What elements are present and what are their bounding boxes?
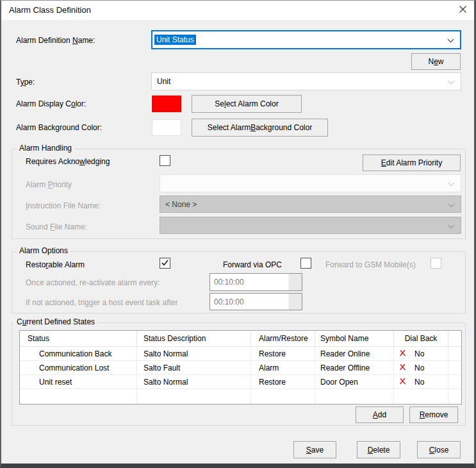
forward-to-gsm-checkbox (431, 258, 441, 269)
type-value: Unit (157, 77, 170, 86)
requires-acknowledging-checkbox[interactable] (160, 155, 170, 166)
cell-status: Communication Lost (20, 361, 137, 374)
chevron-down-icon (448, 78, 455, 87)
chevron-down-icon (447, 36, 454, 45)
red-x-icon (399, 347, 406, 360)
alarm-display-color-label: Alarm Display Color: (16, 99, 86, 108)
forward-via-opc-checkbox[interactable] (300, 258, 311, 269)
alarm-display-color-swatch (152, 96, 181, 112)
cell-empty (137, 389, 251, 404)
column-header-filler (448, 331, 461, 346)
add-button[interactable]: Add (356, 406, 404, 423)
cell-dial-back: No (394, 375, 448, 389)
current-defined-states-group-title: Current Defined States (14, 317, 97, 326)
cell-empty (20, 389, 137, 404)
cell-status: Unit reset (20, 375, 137, 389)
requires-acknowledging-label: Requires Acknowledging (26, 157, 110, 166)
table-header-row: Status Status Description Alarm/Restore … (20, 331, 461, 347)
alarm-handling-group: Alarm Handling Requires Acknowledging Ed… (12, 149, 466, 239)
save-button[interactable]: Save (293, 441, 336, 458)
alarm-definition-name-label: Alarm Definition Name: (16, 36, 95, 45)
edit-alarm-priority-button[interactable]: Edit Alarm Priority (363, 155, 461, 171)
alarm-class-definition-dialog: Alarm Class Definition Alarm Definition … (0, 0, 476, 468)
defined-states-table[interactable]: Status Status Description Alarm/Restore … (19, 330, 462, 405)
chevron-down-icon (448, 201, 455, 210)
spinner-buttons (288, 274, 302, 290)
alarm-background-color-label: Alarm Background Color: (16, 123, 102, 132)
instruction-file-name-label: Instruction File Name: (26, 201, 101, 210)
forward-to-gsm-label: Forward to GSM Mobile(s) (325, 260, 416, 269)
cell-status-description: Salto Fault (137, 361, 251, 374)
reactivate-alarm-time-field: 00:10:00 (209, 273, 302, 291)
select-alarm-color-button[interactable]: Select Alarm Color (192, 95, 302, 113)
column-header-status[interactable]: Status (20, 331, 137, 346)
instruction-file-name-combobox: < None > (160, 196, 461, 213)
cell-status-description: Salto Normal (137, 375, 251, 389)
cell-filler (448, 361, 461, 374)
restorable-alarm-label: Restorable Alarm (26, 260, 85, 269)
checkmark-icon (161, 259, 168, 268)
cell-empty (448, 389, 461, 404)
host-event-task-time-value: 00:10:00 (214, 297, 244, 306)
cell-empty (394, 389, 448, 404)
alarm-definition-name-combobox[interactable]: Unit Status (151, 30, 461, 49)
cell-status-description: Salto Normal (137, 347, 251, 360)
host-event-task-label: If not actioned, trigger a host event ta… (26, 298, 177, 307)
select-alarm-background-color-button[interactable]: Select Alarm Background Color (192, 119, 328, 137)
close-button[interactable] (451, 1, 474, 20)
title-bar: Alarm Class Definition (1, 1, 474, 20)
dial-back-value: No (414, 375, 424, 389)
column-header-symbol-name[interactable]: Symbol Name (315, 331, 394, 346)
cell-empty (315, 389, 394, 404)
table-empty-row (20, 389, 461, 404)
host-event-task-time-field: 00:10:00 (209, 293, 302, 310)
table-row[interactable]: Communication Back Salto Normal Restore … (20, 347, 461, 361)
dial-back-value: No (414, 347, 424, 360)
red-x-icon (399, 361, 406, 374)
new-button[interactable]: New (411, 53, 461, 70)
alarm-background-color-swatch (152, 119, 181, 136)
cell-filler (448, 347, 461, 360)
alarm-priority-combobox (160, 174, 461, 192)
chevron-down-icon (448, 180, 455, 188)
column-header-status-description[interactable]: Status Description (137, 331, 251, 346)
forward-via-opc-label: Forward via OPC (223, 260, 282, 269)
alarm-options-group: Alarm Options Restorable Alarm Forward v… (12, 251, 466, 313)
cell-empty (251, 389, 315, 404)
cell-symbol-name: Door Open (315, 375, 394, 389)
instruction-file-name-value: < None > (165, 200, 197, 209)
reactivate-alarm-time-value: 00:10:00 (214, 278, 244, 287)
close-button[interactable]: Close (417, 441, 461, 458)
red-x-icon (399, 375, 406, 389)
cell-alarm-restore: Restore (251, 347, 315, 360)
cell-symbol-name: Reader Offline (315, 361, 394, 374)
dial-back-value: No (414, 361, 424, 374)
cell-status: Communication Back (20, 347, 137, 360)
remove-button[interactable]: Remove (409, 406, 458, 423)
combo-selected-text: Unit Status (154, 35, 196, 45)
alarm-handling-group-title: Alarm Handling (17, 144, 74, 153)
type-label: Type: (16, 78, 35, 87)
cell-filler (448, 375, 461, 389)
cell-symbol-name: Reader Online (315, 347, 394, 360)
type-combobox[interactable]: Unit (151, 72, 461, 90)
sound-file-name-combobox (160, 217, 461, 234)
table-row[interactable]: Communication Lost Salto Fault Alarm Rea… (20, 361, 461, 375)
sound-file-name-label: Sound File Name: (26, 222, 87, 231)
cell-dial-back: No (394, 347, 448, 360)
reactivate-alarm-label: Once actioned, re-activate alarm every: (26, 278, 160, 287)
delete-button[interactable]: Delete (357, 441, 400, 458)
cell-alarm-restore: Restore (251, 375, 315, 389)
chevron-down-icon (448, 222, 455, 231)
cell-dial-back: No (394, 361, 448, 374)
column-header-alarm-restore[interactable]: Alarm/Restore (251, 331, 315, 346)
current-defined-states-group: Current Defined States Status Status Des… (12, 322, 466, 426)
cell-alarm-restore: Alarm (251, 361, 315, 374)
alarm-options-group-title: Alarm Options (17, 246, 70, 255)
dialog-title: Alarm Class Definition (9, 1, 91, 20)
column-header-dial-back[interactable]: Dial Back (394, 331, 448, 346)
spinner-buttons (288, 294, 302, 310)
table-row[interactable]: Unit reset Salto Normal Restore Door Ope… (20, 375, 461, 389)
restorable-alarm-checkbox[interactable] (160, 258, 170, 269)
close-icon (459, 6, 466, 15)
